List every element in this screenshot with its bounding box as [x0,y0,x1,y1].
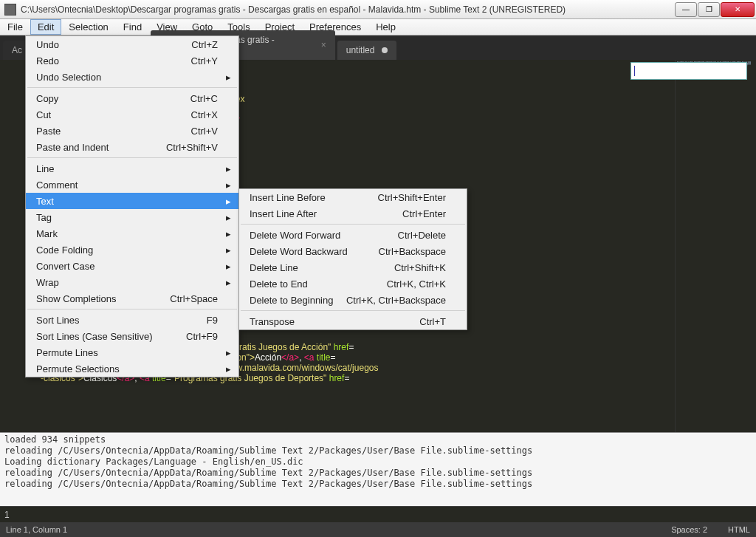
status-bar: Line 1, Column 1 Spaces: 2 HTML [0,522,756,537]
command-input[interactable]: 1 [0,506,756,522]
menu-item-permute-lines[interactable]: Permute Lines▸ [26,344,238,360]
menu-item-delete-word-backward[interactable]: Delete Word BackwardCtrl+Backspace [239,243,467,259]
status-spaces[interactable]: Spaces: 2 [671,525,707,534]
menu-separator [27,309,237,309]
minimap[interactable]: ██ █████ ██ █ ████ ████████████ ████████… [675,60,756,432]
text-cursor [634,66,635,76]
menu-item-accel: Ctrl+Space [170,293,218,304]
submenu-arrow-icon: ▸ [226,228,231,239]
menu-item-label: Undo Selection [36,72,101,83]
menu-item-line[interactable]: Line▸ [26,160,238,177]
menu-item-accel: Ctrl+Enter [402,208,446,219]
menu-item-paste[interactable]: PasteCtrl+V [26,123,238,139]
menu-item-mark[interactable]: Mark▸ [26,225,238,242]
menu-item-delete-to-end[interactable]: Delete to EndCtrl+K, Ctrl+K [239,276,467,292]
menu-item-label: Tag [36,212,52,223]
menu-item-label: Line [36,163,55,174]
menu-find[interactable]: Find [116,19,149,35]
menu-item-text[interactable]: Text▸ [26,193,238,209]
menu-item-delete-to-beginning[interactable]: Delete to BeginningCtrl+K, Ctrl+Backspac… [239,292,467,308]
submenu-arrow-icon: ▸ [226,212,231,223]
menu-item-insert-line-before[interactable]: Insert Line BeforeCtrl+Shift+Enter [239,189,467,205]
menu-item-label: Delete Line [250,262,298,273]
command-text: 1 [4,510,10,520]
console-panel[interactable]: loaded 934 snippets reloading /C/Users/O… [0,432,756,506]
menu-item-accel: Ctrl+Delete [398,230,446,241]
menu-item-accel: Ctrl+C [190,93,218,104]
menu-item-label: Convert Case [36,261,94,272]
menu-item-show-completions[interactable]: Show CompletionsCtrl+Space [26,290,238,307]
menu-item-redo[interactable]: RedoCtrl+Y [26,52,238,69]
menu-item-paste-and-indent[interactable]: Paste and IndentCtrl+Shift+V [26,139,238,155]
menu-item-permute-selections[interactable]: Permute Selections▸ [26,360,238,377]
window-controls: — ❐ ✕ [675,2,755,17]
app-icon [4,4,16,16]
menu-item-label: Delete Word Forward [250,230,340,241]
menu-item-label: Insert Line Before [250,192,326,203]
text-submenu-dropdown: Insert Line BeforeCtrl+Shift+EnterInsert… [238,188,467,330]
menu-item-label: Paste [36,126,61,137]
menu-item-wrap[interactable]: Wrap▸ [26,274,238,290]
menu-item-label: Wrap [36,277,59,288]
menu-separator [241,224,465,225]
menu-item-accel: Ctrl+Shift+K [394,262,446,273]
edit-menu-dropdown: UndoCtrl+ZRedoCtrl+YUndo Selection▸CopyC… [25,35,239,377]
menu-item-sort-lines[interactable]: Sort LinesF9 [26,312,238,328]
menu-item-accel: Ctrl+X [191,109,218,120]
modified-dot-icon [382,47,388,53]
menu-separator [27,157,237,158]
find-input[interactable] [630,62,747,80]
menu-item-label: Delete Word Backward [250,246,348,257]
status-cursor-pos[interactable]: Line 1, Column 1 [6,525,67,534]
submenu-arrow-icon: ▸ [226,179,231,191]
menu-item-undo[interactable]: UndoCtrl+Z [26,36,238,52]
menu-item-accel: Ctrl+Shift+V [166,142,218,153]
menu-item-sort-lines-case-sensitive-[interactable]: Sort Lines (Case Sensitive)Ctrl+F9 [26,328,238,344]
menu-item-delete-word-forward[interactable]: Delete Word ForwardCtrl+Delete [239,227,467,243]
menu-edit[interactable]: Edit [30,19,61,35]
tab-label: Ac [12,45,22,55]
menu-item-label: Text [36,196,54,207]
menu-item-code-folding[interactable]: Code Folding▸ [26,242,238,258]
menu-item-transpose[interactable]: TransposeCtrl+T [239,313,467,329]
menu-item-delete-line[interactable]: Delete LineCtrl+Shift+K [239,259,467,276]
tab-label: untitled [346,45,375,55]
menu-item-insert-line-after[interactable]: Insert Line AfterCtrl+Enter [239,205,467,222]
menu-item-copy[interactable]: CopyCtrl+C [26,90,238,106]
menu-item-accel: Ctrl+Shift+Enter [378,192,447,203]
close-icon[interactable]: × [321,40,326,50]
menu-help[interactable]: Help [368,19,403,35]
menu-item-label: Permute Selections [36,363,120,374]
menu-item-label: Redo [36,55,59,66]
submenu-arrow-icon: ▸ [226,72,231,83]
submenu-arrow-icon: ▸ [226,347,231,358]
menu-item-undo-selection[interactable]: Undo Selection▸ [26,69,238,85]
close-button[interactable]: ✕ [721,2,755,17]
menu-item-convert-case[interactable]: Convert Case▸ [26,258,238,274]
menu-item-accel: Ctrl+Z [191,39,218,50]
menu-item-label: Mark [36,228,58,239]
menu-item-label: Comment [36,179,78,191]
menu-file[interactable]: File [0,19,30,35]
menu-item-label: Permute Lines [36,347,98,358]
minimize-button[interactable]: — [675,2,697,17]
maximize-button[interactable]: ❐ [698,2,720,17]
tab[interactable]: untitled [337,41,397,60]
menu-item-tag[interactable]: Tag▸ [26,209,238,225]
menu-selection[interactable]: Selection [61,19,115,35]
submenu-arrow-icon: ▸ [226,163,231,174]
submenu-arrow-icon: ▸ [226,277,231,288]
menu-item-accel: Ctrl+F9 [186,331,218,342]
submenu-arrow-icon: ▸ [226,261,231,272]
menu-item-label: Code Folding [36,244,93,256]
menu-item-accel: F9 [207,315,218,326]
menu-item-label: Sort Lines [36,315,80,326]
menu-separator [27,87,237,88]
menu-item-accel: Ctrl+Backspace [379,246,446,257]
submenu-arrow-icon: ▸ [226,363,231,374]
menu-item-cut[interactable]: CutCtrl+X [26,106,238,123]
status-syntax[interactable]: HTML [728,525,750,534]
menu-item-accel: Ctrl+V [191,126,218,137]
menu-item-comment[interactable]: Comment▸ [26,177,238,193]
menu-item-accel: Ctrl+K, Ctrl+Backspace [346,295,446,306]
